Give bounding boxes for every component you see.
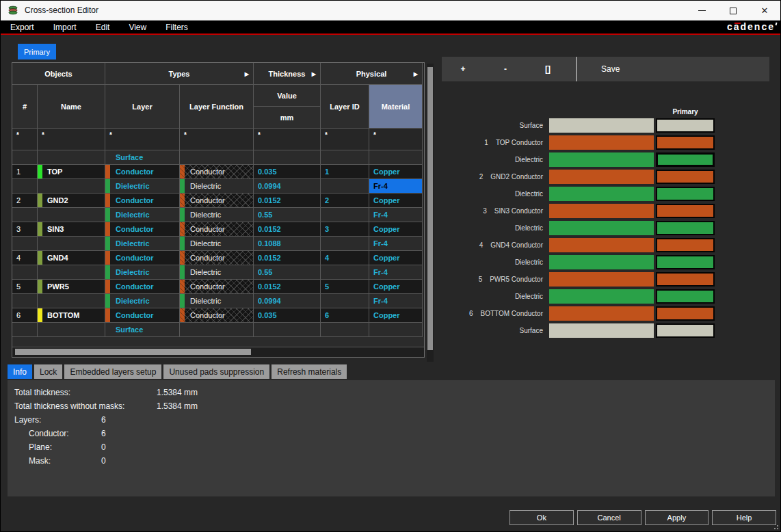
material-cell[interactable] <box>369 150 423 165</box>
thickness-value-cell[interactable]: 0.0152 <box>254 280 321 294</box>
row-number-cell[interactable]: 3 <box>12 222 38 237</box>
stack-bar-primary[interactable] <box>656 306 715 321</box>
layer-id-cell[interactable]: 3 <box>321 222 369 237</box>
stack-bar-primary[interactable] <box>656 221 715 235</box>
layer-id-cell[interactable]: 2 <box>321 194 369 208</box>
layer-name-cell[interactable]: GND2 <box>38 194 105 208</box>
layer-function-cell[interactable]: Conductor <box>180 280 254 294</box>
column-header-name[interactable]: Name <box>38 85 105 129</box>
expand-arrow-icon[interactable]: ▶ <box>312 70 316 77</box>
tab-unused-pads-suppression[interactable]: Unused pads suppression <box>163 364 269 379</box>
thickness-value-cell[interactable]: 0.1088 <box>254 237 321 251</box>
row-number-cell[interactable] <box>12 294 38 308</box>
layer-name-cell[interactable]: PWR5 <box>38 280 105 294</box>
row-number-cell[interactable]: 6 <box>12 308 38 323</box>
filter-material[interactable]: * <box>369 129 423 150</box>
layer-id-cell[interactable] <box>321 179 369 194</box>
stack-bar-primary[interactable] <box>656 323 715 338</box>
row-number-cell[interactable] <box>12 323 38 337</box>
layer-name-cell[interactable] <box>38 265 105 280</box>
layer-id-cell[interactable] <box>321 265 369 280</box>
filter-value[interactable]: * <box>254 129 321 150</box>
layer-type-cell[interactable]: Surface <box>105 150 180 165</box>
menu-item-edit[interactable]: Edit <box>86 23 120 32</box>
thickness-value-cell[interactable]: 0.0152 <box>254 222 321 237</box>
layer-name-cell[interactable]: GND4 <box>38 251 105 265</box>
layer-type-cell[interactable]: Dielectric <box>105 294 180 308</box>
layer-function-cell[interactable]: Dielectric <box>180 265 254 280</box>
stack-bar-primary[interactable] <box>656 238 715 252</box>
layer-type-cell[interactable]: Conductor <box>105 194 180 208</box>
column-header-layer[interactable]: Layer <box>105 85 180 129</box>
stack-bar-primary[interactable] <box>656 152 715 167</box>
menu-item-view[interactable]: View <box>119 23 156 32</box>
save-button[interactable]: Save <box>601 64 620 74</box>
row-number-cell[interactable]: 5 <box>12 280 38 294</box>
layer-function-cell[interactable]: Conductor <box>180 194 254 208</box>
stack-bar-primary[interactable] <box>656 187 715 201</box>
layer-name-cell[interactable] <box>38 208 105 222</box>
layer-id-cell[interactable]: 4 <box>321 251 369 265</box>
group-header-physical[interactable]: Physical▶ <box>321 63 423 85</box>
thickness-value-cell[interactable]: 0.0152 <box>254 194 321 208</box>
expand-arrow-icon[interactable]: ▶ <box>414 70 418 77</box>
thickness-value-cell[interactable] <box>254 323 321 337</box>
column-header-material[interactable]: Material <box>369 85 423 129</box>
menu-item-filters[interactable]: Filters <box>156 23 198 32</box>
resize-grip[interactable] <box>773 524 778 529</box>
group-header-objects[interactable]: Objects <box>12 63 105 85</box>
layer-type-cell[interactable]: Conductor <box>105 280 180 294</box>
layer-function-cell[interactable]: Conductor <box>180 165 254 179</box>
column-header-unit[interactable]: mm <box>254 107 320 128</box>
row-number-cell[interactable] <box>12 179 38 194</box>
close-button[interactable]: ✕ <box>749 1 780 21</box>
layer-id-cell[interactable] <box>321 208 369 222</box>
column-header-thickness-value[interactable]: Value mm <box>254 85 321 129</box>
material-cell[interactable]: Copper <box>369 165 423 179</box>
layer-name-cell[interactable]: TOP <box>38 165 105 179</box>
stack-bar-left[interactable] <box>549 289 654 304</box>
maximize-button[interactable] <box>717 1 749 21</box>
thickness-value-cell[interactable]: 0.55 <box>254 265 321 280</box>
layer-name-cell[interactable] <box>38 323 105 337</box>
row-number-cell[interactable] <box>12 150 38 165</box>
material-cell[interactable]: Copper <box>369 280 423 294</box>
filter-layer-function[interactable]: * <box>180 129 254 150</box>
thickness-value-cell[interactable]: 0.035 <box>254 308 321 323</box>
row-number-cell[interactable]: 1 <box>12 165 38 179</box>
layer-type-cell[interactable]: Conductor <box>105 308 180 323</box>
stack-bar-left[interactable] <box>549 255 654 269</box>
column-header-num[interactable]: # <box>12 85 38 129</box>
add-button[interactable]: + <box>442 64 484 74</box>
minimize-button[interactable] <box>686 1 717 21</box>
layer-function-cell[interactable]: Conductor <box>180 251 254 265</box>
layer-type-cell[interactable]: Dielectric <box>105 265 180 280</box>
cancel-button[interactable]: Cancel <box>577 510 641 525</box>
help-button[interactable]: Help <box>712 510 776 525</box>
stack-bar-left[interactable] <box>549 152 654 167</box>
stack-bar-primary[interactable] <box>656 204 715 218</box>
material-cell[interactable]: Fr-4 <box>369 179 423 194</box>
layer-name-cell[interactable] <box>38 237 105 251</box>
stack-bar-primary[interactable] <box>656 255 715 269</box>
stack-bar-left[interactable] <box>549 204 654 218</box>
filter-num[interactable]: * <box>12 129 38 150</box>
material-cell[interactable]: Fr-4 <box>369 208 423 222</box>
column-header-layer-id[interactable]: Layer ID <box>321 85 369 129</box>
stack-bar-primary[interactable] <box>656 135 715 150</box>
thickness-value-cell[interactable] <box>254 150 321 165</box>
layer-function-cell[interactable]: Dielectric <box>180 237 254 251</box>
layer-id-cell[interactable]: 6 <box>321 308 369 323</box>
layer-name-cell[interactable]: BOTTOM <box>38 308 105 323</box>
material-cell[interactable]: Copper <box>369 222 423 237</box>
stack-bar-left[interactable] <box>549 272 654 287</box>
filter-layer[interactable]: * <box>105 129 180 150</box>
stack-bar-primary[interactable] <box>656 289 715 304</box>
layer-function-cell[interactable] <box>180 150 254 165</box>
thickness-value-cell[interactable]: 0.0152 <box>254 251 321 265</box>
thickness-value-cell[interactable]: 0.0994 <box>254 294 321 308</box>
stack-bar-left[interactable] <box>549 187 654 201</box>
layer-type-cell[interactable]: Conductor <box>105 251 180 265</box>
thickness-value-cell[interactable]: 0.035 <box>254 165 321 179</box>
layer-name-cell[interactable] <box>38 150 105 165</box>
